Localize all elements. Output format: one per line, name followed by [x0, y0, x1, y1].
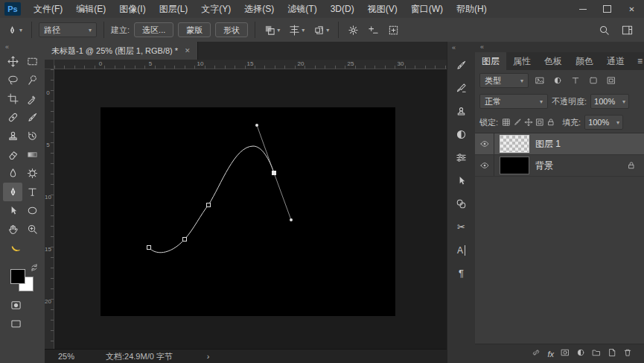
tool-mode-select[interactable]: 路径 ▾	[39, 22, 97, 37]
opacity-select[interactable]: 100% ▾	[590, 94, 629, 109]
lock-position-icon[interactable]	[524, 118, 533, 127]
lock-all-icon[interactable]	[546, 118, 555, 127]
styles-panel-button[interactable]	[450, 192, 473, 215]
geometry-options-button[interactable]	[345, 22, 361, 38]
menu-file[interactable]: 文件(F)	[27, 1, 69, 18]
foreground-color-swatch[interactable]	[10, 269, 25, 284]
menu-select[interactable]: 选择(S)	[237, 1, 281, 18]
panel-menu-button[interactable]: ≡	[631, 52, 644, 70]
visibility-toggle[interactable]	[475, 155, 494, 176]
auto-add-delete-toggle[interactable]	[366, 22, 381, 38]
move-tool[interactable]	[3, 52, 22, 71]
hand-tool[interactable]	[3, 220, 22, 239]
adjustments-panel-button[interactable]	[450, 123, 473, 146]
layer-row-layer1[interactable]: 图层 1	[475, 133, 644, 155]
history-brush-tool[interactable]	[22, 127, 42, 145]
menu-3d[interactable]: 3D(D)	[324, 1, 361, 18]
align-edges-toggle[interactable]	[386, 22, 401, 38]
screen-mode-button[interactable]	[6, 315, 25, 333]
paragraph-panel-button[interactable]: ¶	[450, 262, 473, 285]
brush-settings-panel-button[interactable]	[450, 77, 473, 100]
document-tab[interactable]: 未标题-1 @ 25% (图层 1, RGB/8) * ✕	[45, 42, 198, 60]
filter-pixel-layers-button[interactable]	[532, 74, 546, 87]
brush-panel-button[interactable]	[450, 54, 473, 77]
layer-style-button[interactable]: fx	[547, 349, 554, 359]
maximize-button[interactable]	[595, 0, 619, 18]
tab-layers[interactable]: 图层	[475, 52, 506, 70]
menu-view[interactable]: 视图(V)	[361, 1, 404, 18]
filter-smart-objects-button[interactable]	[604, 74, 618, 87]
shape-tool[interactable]	[22, 201, 42, 220]
tab-swatches[interactable]: 色板	[538, 52, 569, 70]
character-panel-button[interactable]: A	[450, 239, 473, 262]
layer-name[interactable]: 背景	[535, 160, 553, 172]
layer-thumbnail[interactable]	[500, 157, 529, 174]
make-shape-button[interactable]: 形状	[215, 22, 248, 37]
minimize-button[interactable]	[570, 0, 595, 18]
layer-row-background[interactable]: 背景	[475, 155, 644, 177]
blend-mode-select[interactable]: 正常 ▾	[479, 94, 548, 109]
make-mask-button[interactable]: 蒙版	[178, 22, 211, 37]
blur-tool[interactable]	[3, 164, 22, 183]
menu-edit[interactable]: 编辑(E)	[69, 1, 112, 18]
path-alignment-button[interactable]: ▾	[287, 22, 307, 38]
close-button[interactable]: ✕	[619, 0, 644, 18]
paths-panel-button[interactable]: ✂	[450, 215, 473, 239]
gradient-tool[interactable]	[22, 145, 42, 164]
canvas[interactable]	[101, 107, 395, 316]
path-selection-tool[interactable]	[3, 201, 22, 220]
lock-image-pixels-icon[interactable]	[513, 118, 522, 127]
zoom-level-field[interactable]: 25%	[58, 352, 106, 361]
menu-window[interactable]: 窗口(W)	[404, 1, 450, 18]
menu-filter[interactable]: 滤镜(T)	[281, 1, 323, 18]
anchor-point[interactable]	[147, 246, 151, 250]
pen-tool[interactable]	[3, 183, 22, 201]
banana-tool[interactable]	[6, 239, 25, 257]
filter-adjustment-layers-button[interactable]	[550, 74, 564, 87]
tab-channels[interactable]: 通道	[600, 52, 631, 70]
add-mask-button[interactable]	[561, 348, 570, 359]
path-arrangement-button[interactable]: ▾	[311, 22, 331, 38]
type-tool[interactable]	[22, 183, 42, 201]
zoom-tool[interactable]	[22, 220, 42, 239]
path-operations-button[interactable]: ▾	[262, 22, 282, 38]
layer-name[interactable]: 图层 1	[535, 138, 561, 151]
delete-layer-button[interactable]	[623, 348, 632, 359]
lock-artboard-icon[interactable]	[535, 118, 544, 127]
menu-help[interactable]: 帮助(H)	[450, 1, 494, 18]
marquee-tool[interactable]	[22, 52, 42, 71]
menu-image[interactable]: 图像(I)	[112, 1, 152, 18]
eyedropper-tool[interactable]	[22, 89, 42, 108]
lock-transparent-pixels-icon[interactable]	[502, 118, 511, 127]
quick-selection-tool[interactable]	[22, 71, 42, 89]
tab-properties[interactable]: 属性	[506, 52, 538, 70]
toolbar-collapse-button[interactable]: «	[0, 42, 45, 52]
crop-tool[interactable]	[3, 89, 22, 108]
make-selection-button[interactable]: 选区...	[134, 22, 173, 37]
new-group-button[interactable]	[592, 348, 601, 359]
close-tab-icon[interactable]: ✕	[185, 47, 191, 54]
properties-panel-button[interactable]	[450, 146, 473, 169]
swap-colors-button[interactable]	[30, 263, 39, 274]
direction-handle-point[interactable]	[255, 124, 258, 127]
strip-expand-button[interactable]: «	[447, 42, 475, 54]
fill-select[interactable]: 100% ▾	[584, 115, 623, 130]
search-button[interactable]	[596, 22, 612, 38]
anchor-point[interactable]	[207, 203, 211, 207]
brush-tool[interactable]	[22, 108, 42, 127]
navigator-panel-button[interactable]	[450, 169, 473, 192]
workspace-switcher[interactable]	[619, 22, 635, 38]
filter-type-layers-button[interactable]: A	[568, 74, 582, 87]
link-layers-button[interactable]	[532, 348, 541, 359]
tool-preset-picker[interactable]: ▾	[4, 22, 25, 38]
pasteboard[interactable]	[54, 69, 447, 349]
anchor-point[interactable]	[183, 238, 187, 242]
clone-stamp-tool[interactable]	[3, 127, 22, 145]
menu-layer[interactable]: 图层(L)	[153, 1, 195, 18]
dodge-tool[interactable]	[22, 164, 42, 183]
ruler-horizontal[interactable]: 0 5 10 15 20 25 30	[54, 60, 447, 69]
tab-color[interactable]: 颜色	[569, 52, 600, 70]
lasso-tool[interactable]	[3, 71, 22, 89]
new-adjustment-layer-button[interactable]	[576, 348, 585, 359]
dock-collapse-button[interactable]: «	[475, 42, 644, 52]
